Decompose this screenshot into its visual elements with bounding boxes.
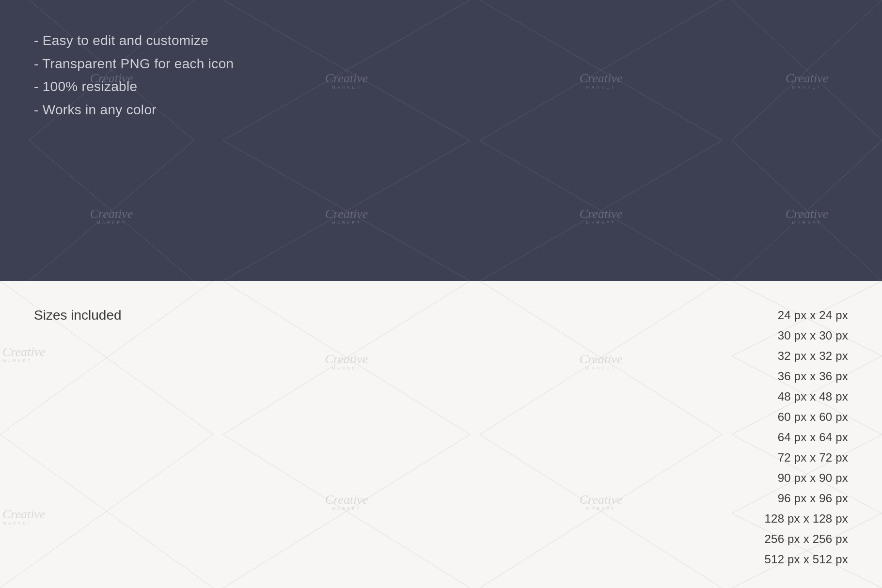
size-item-6: 60 px x 60 px [765, 407, 848, 427]
svg-line-48 [480, 281, 722, 434]
svg-text:Creative: Creative [325, 207, 368, 221]
svg-text:MARKET: MARKET [331, 366, 362, 371]
svg-text:Creative: Creative [580, 493, 623, 507]
svg-line-32 [0, 281, 213, 434]
size-item-5: 48 px x 48 px [765, 387, 848, 407]
svg-line-42 [223, 434, 470, 588]
bottom-section: .wm-line-lt { stroke: rgba(180,178,172,0… [0, 281, 882, 588]
svg-line-33 [0, 281, 213, 434]
svg-line-2 [29, 140, 194, 281]
feature-item-1: - Easy to edit and customize [34, 29, 234, 52]
size-item-9: 90 px x 90 px [765, 468, 848, 488]
svg-text:Creative: Creative [786, 71, 829, 85]
svg-line-27 [732, 140, 882, 281]
svg-text:Creative: Creative [325, 493, 368, 507]
svg-line-9 [223, 0, 470, 140]
top-section: .wm-line { stroke: rgba(150,152,165,0.3)… [0, 0, 882, 281]
svg-line-26 [732, 140, 882, 281]
size-item-12: 256 px x 256 px [765, 529, 848, 549]
svg-text:Creative: Creative [786, 207, 829, 221]
svg-line-17 [480, 0, 722, 140]
svg-text:Creative: Creative [2, 345, 46, 359]
svg-line-41 [223, 281, 470, 434]
svg-text:MARKET: MARKET [96, 220, 126, 225]
svg-text:MARKET: MARKET [792, 85, 822, 90]
svg-line-3 [29, 140, 194, 281]
svg-text:Creative: Creative [580, 71, 623, 85]
svg-line-19 [480, 140, 722, 281]
svg-text:Creative: Creative [325, 71, 368, 85]
svg-line-18 [480, 140, 722, 281]
svg-text:Creative: Creative [325, 352, 368, 366]
size-item-4: 36 px x 36 px [765, 366, 848, 387]
svg-text:MARKET: MARKET [586, 220, 616, 225]
svg-text:MARKET: MARKET [586, 506, 616, 511]
svg-text:Creative: Creative [90, 207, 133, 221]
svg-line-10 [223, 140, 470, 281]
size-item-1: 24 px x 24 px [765, 305, 848, 325]
svg-text:MARKET: MARKET [331, 220, 362, 225]
size-item-13: 512 px x 512 px [765, 549, 848, 570]
svg-text:MARKET: MARKET [792, 220, 822, 225]
size-item-8: 72 px x 72 px [765, 448, 848, 468]
svg-line-40 [223, 281, 470, 434]
svg-line-8 [223, 0, 470, 140]
svg-text:Creative: Creative [2, 507, 46, 521]
svg-line-43 [223, 434, 470, 588]
size-item-11: 128 px x 128 px [765, 509, 848, 529]
svg-line-35 [0, 434, 213, 588]
svg-line-49 [480, 281, 722, 434]
svg-text:Creative: Creative [580, 352, 623, 366]
svg-text:MARKET: MARKET [586, 85, 616, 90]
feature-item-2: - Transparent PNG for each icon [34, 52, 234, 76]
sizes-label: Sizes included [34, 308, 122, 323]
size-item-3: 32 px x 32 px [765, 346, 848, 366]
svg-line-24 [732, 0, 882, 140]
svg-line-51 [480, 434, 722, 588]
feature-list: - Easy to edit and customize - Transpare… [34, 29, 234, 121]
svg-text:MARKET: MARKET [331, 85, 362, 90]
svg-line-11 [223, 140, 470, 281]
svg-text:MARKET: MARKET [586, 366, 616, 371]
svg-line-25 [732, 0, 882, 140]
size-item-2: 30 px x 30 px [765, 325, 848, 346]
size-item-10: 96 px x 96 px [765, 488, 848, 509]
sizes-list: 24 px x 24 px 30 px x 30 px 32 px x 32 p… [765, 305, 848, 570]
svg-text:Creative: Creative [580, 207, 623, 221]
feature-item-4: - Works in any color [34, 98, 234, 122]
size-item-7: 64 px x 64 px [765, 427, 848, 448]
svg-text:MARKET: MARKET [2, 358, 32, 363]
svg-line-16 [480, 0, 722, 140]
svg-text:MARKET: MARKET [331, 506, 362, 511]
svg-text:MARKET: MARKET [2, 521, 32, 526]
svg-line-50 [480, 434, 722, 588]
svg-line-34 [0, 434, 213, 588]
feature-item-3: - 100% resizable [34, 75, 234, 98]
